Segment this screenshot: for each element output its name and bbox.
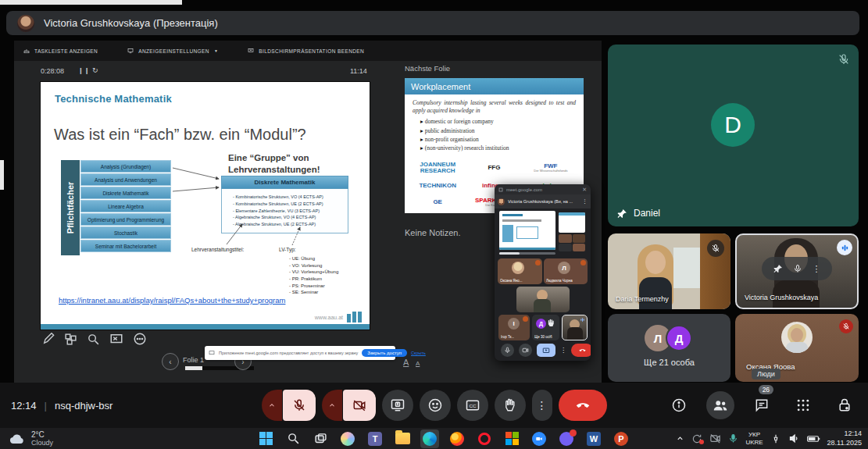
next-slide-label: Nächste Folie [405, 64, 450, 73]
firefox-icon[interactable] [448, 429, 466, 448]
edge-icon[interactable] [420, 429, 439, 448]
zoom-app-icon[interactable] [530, 429, 548, 448]
tray-volume-icon[interactable] [788, 433, 800, 444]
black-screen-icon[interactable] [109, 332, 123, 346]
presenter-avatar [17, 15, 34, 32]
captions-button[interactable]: CC [457, 390, 488, 421]
sponsor-logo: JOANNEUM RESEARCH [409, 162, 466, 174]
teams-icon[interactable]: T [366, 429, 384, 448]
svg-text:CC: CC [469, 403, 477, 408]
meet-control-bar: 12:14 | nsq-dhjw-bsr CC ⋮ [0, 383, 868, 428]
pip-mic-button[interactable] [501, 344, 514, 357]
oksana-avatar [781, 322, 813, 353]
camera-control-group [322, 390, 376, 421]
raise-hand-button[interactable] [495, 390, 526, 421]
pip-present-button[interactable] [537, 344, 555, 357]
display-icon [127, 48, 134, 54]
more-options-icon[interactable]: ⋮ [813, 264, 821, 274]
camera-options-button[interactable] [322, 390, 342, 421]
more-options-button[interactable]: ⋮ [532, 390, 552, 421]
raised-hand-icon [547, 319, 555, 327]
pip-end-call-button[interactable] [571, 344, 591, 357]
zoom-tool-icon[interactable] [87, 333, 100, 346]
start-button[interactable] [256, 429, 275, 448]
end-slideshow-icon [248, 48, 254, 54]
tray-audio-jack-icon[interactable] [770, 433, 781, 444]
tile-daniel[interactable]: D Daniel [608, 45, 859, 226]
opera-icon[interactable] [475, 429, 494, 448]
pip-titlebar[interactable]: meet.google.com ✕ [495, 184, 591, 194]
pip-speaking-icon [580, 317, 585, 322]
microsoft-store-icon[interactable] [502, 429, 521, 448]
camera-off-button[interactable] [343, 390, 376, 421]
next-slide-bullet: public administration [413, 127, 576, 135]
tile-others[interactable]: Л Д Ще 21 особа [608, 314, 730, 382]
host-controls-button[interactable] [830, 391, 859, 419]
next-slide-bullet: non-profit organisation [413, 135, 576, 144]
pip-more-button[interactable]: ⋮ [560, 347, 566, 354]
pen-tool-icon[interactable] [42, 333, 55, 345]
mic-off-button[interactable] [283, 390, 316, 421]
powerpoint-icon[interactable]: P [612, 429, 630, 448]
reactions-button[interactable] [420, 390, 451, 421]
photo-face [645, 251, 666, 274]
file-explorer-icon[interactable] [393, 429, 412, 448]
tray-battery-icon[interactable] [807, 434, 820, 444]
people-button[interactable] [706, 391, 734, 419]
taskbar-weather[interactable]: 2°CCloudy [8, 430, 53, 447]
task-view-button[interactable] [311, 429, 330, 448]
pip-tile-liudmyla[interactable]: Л Людмила Чорна [544, 258, 588, 284]
pip-tile-camera-speaker[interactable] [516, 287, 570, 312]
next-slide-bullet: (non-university) research institution [413, 144, 576, 152]
share-notice-text: Приложение meet.google.com предоставляет… [219, 351, 358, 355]
tile-daria[interactable]: Daria Termenzhy [608, 233, 730, 309]
toolbar-show-taskbar[interactable]: TASKLEISTE ANZEIGEN [23, 48, 98, 54]
meet-screen: Victoria Grushkovskaya (Презентація) TAS… [0, 0, 868, 449]
viber-icon[interactable] [557, 429, 576, 448]
mic-options-button[interactable] [262, 390, 282, 421]
pip-more-icon[interactable]: ⋮ [582, 198, 588, 205]
people-count-badge: 26 [759, 385, 773, 394]
pip-tile-self[interactable] [562, 315, 588, 340]
word-icon[interactable]: W [584, 429, 603, 448]
chevron-down-icon: ▼ [214, 48, 218, 53]
sponsor-logo: FWF Der Wissenschaftsfonds [534, 163, 567, 173]
avatar-d: Д [666, 325, 692, 351]
hover-controls-pill: ⋮ [762, 257, 832, 280]
tray-chevron-icon[interactable] [676, 434, 684, 443]
pin-icon[interactable] [773, 264, 783, 273]
chat-button[interactable] [748, 391, 776, 419]
pip-tile-oksana[interactable]: Оксана Яно... [498, 258, 542, 284]
more-tools-icon[interactable] [133, 332, 147, 346]
pip-close-icon[interactable]: ✕ [582, 187, 587, 193]
slide-sorter-icon[interactable] [64, 333, 77, 346]
toolbar-end-slideshow[interactable]: BILDSCHIRMPRÄSENTATION BEENDEN [248, 48, 364, 54]
toolbar-display-settings[interactable]: ANZEIGEEINSTELLUNGEN ▼ [127, 48, 218, 54]
pip-scrollbar[interactable] [499, 252, 555, 255]
hide-notice-link[interactable]: Скрыть [411, 351, 426, 355]
pause-timer-button[interactable]: ❙❙ [78, 67, 90, 74]
taskbar-clock[interactable]: 12:14 28.11.2025 [827, 429, 862, 447]
previous-slide-button[interactable]: ‹ [162, 353, 179, 370]
tray-mic-icon[interactable] [728, 433, 738, 444]
restart-timer-button[interactable]: ↻ [92, 66, 98, 74]
meet-pip-window[interactable]: meet.google.com ✕ Victoria Grushkovskaya… [495, 184, 591, 361]
language-indicator[interactable]: УКР UKRE [745, 431, 763, 445]
pip-screenshare-thumb[interactable] [499, 211, 555, 250]
tile-victoria[interactable]: ⋮ Victoria Grushkovskaya [735, 233, 859, 309]
pip-tile-ihor[interactable]: І Ігор Тк... [498, 315, 530, 340]
mic-icon[interactable] [793, 264, 802, 273]
copilot-icon[interactable] [338, 429, 357, 448]
pip-camera-button[interactable] [519, 344, 532, 357]
decrease-font-button[interactable]: A [403, 358, 409, 367]
stop-sharing-button[interactable]: Закрыть доступ [362, 349, 407, 357]
pip-tile-others[interactable]: Д Ще 30 осіб [532, 315, 559, 340]
tray-camera-off-icon[interactable] [709, 433, 721, 444]
search-button[interactable] [284, 429, 302, 448]
tray-sync-icon[interactable] [691, 433, 702, 444]
activities-button[interactable] [789, 391, 817, 419]
increase-font-button[interactable]: A [416, 360, 420, 367]
meeting-details-button[interactable] [665, 391, 693, 419]
end-call-button[interactable] [559, 390, 607, 421]
present-button[interactable] [382, 390, 413, 421]
